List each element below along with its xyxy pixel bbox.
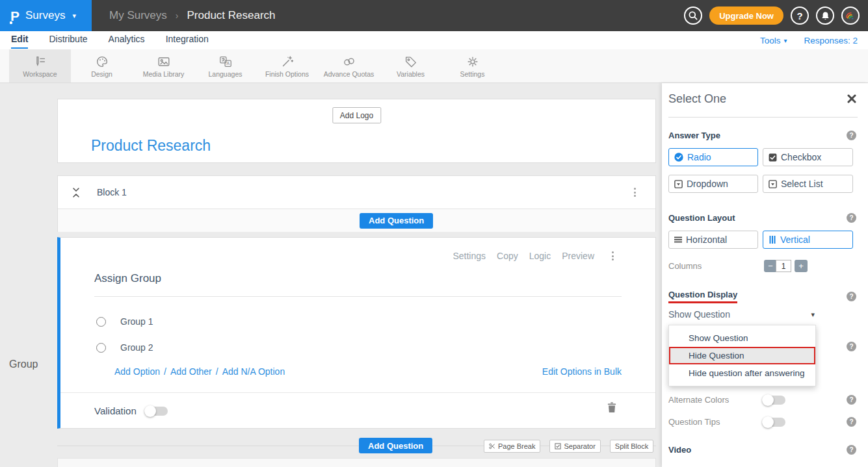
question-layout-row: Question Layout ?: [668, 213, 856, 223]
split-block-button[interactable]: Split Block: [610, 440, 653, 453]
page-break-button[interactable]: Page Break: [484, 440, 540, 453]
block-card: Block 1 Add Question: [57, 175, 656, 232]
tab-distribute[interactable]: Distribute: [49, 31, 87, 49]
languages-icon: A: [218, 55, 233, 69]
breadcrumb-my-surveys[interactable]: My Surveys: [109, 9, 167, 22]
add-logo-button[interactable]: Add Logo: [332, 107, 381, 123]
chain-links-icon: [342, 55, 356, 69]
magic-wand-icon: [280, 55, 295, 69]
radio-check-icon: [674, 152, 684, 162]
slash-separator: /: [216, 366, 218, 377]
add-other-link[interactable]: Add Other: [170, 366, 212, 377]
alternate-colors-toggle[interactable]: [762, 396, 785, 405]
question-menu-dots[interactable]: [612, 251, 614, 260]
question-display-select[interactable]: Show Question ▾: [668, 309, 815, 320]
answer-type-label: Answer Type: [668, 131, 720, 140]
toolbar-item-design[interactable]: Design: [71, 49, 133, 82]
toolbar-item-advance-quotas[interactable]: Advance Quotas: [318, 49, 380, 82]
question-display-label: Question Display: [668, 290, 737, 303]
survey-title[interactable]: Product Research: [91, 137, 211, 155]
toolbar-item-variables[interactable]: Variables: [380, 49, 441, 82]
notifications-button[interactable]: [816, 6, 834, 25]
toolbar-item-finish-options[interactable]: Finish Options: [256, 49, 318, 82]
close-icon[interactable]: [847, 94, 856, 103]
question-tips-toggle[interactable]: [762, 418, 785, 427]
menu-item-hide-after-answering[interactable]: Hide question after answering: [669, 364, 815, 382]
group-sidebar-label: Group: [9, 359, 38, 370]
toolbar-item-label: Media Library: [143, 70, 185, 78]
toolbar-items: Workspace Design Media Library A: [9, 49, 503, 82]
questionpro-logo-icon: P: [10, 9, 20, 23]
tab-edit[interactable]: Edit: [11, 31, 28, 49]
answer-option-row[interactable]: Group 1: [96, 316, 153, 327]
topbar: P Surveys ▾ My Surveys › Product Researc…: [0, 0, 868, 31]
question-copy-link[interactable]: Copy: [497, 251, 518, 261]
answer-type-checkbox-button[interactable]: Checkbox: [763, 148, 853, 166]
toolbar-item-label: Workspace: [23, 70, 57, 78]
separator-label: Separator: [564, 442, 595, 450]
toolbar-item-workspace[interactable]: Workspace: [9, 49, 71, 82]
columns-decrement-button[interactable]: −: [764, 260, 777, 272]
block-title[interactable]: Block 1: [97, 187, 127, 197]
delete-question-trash-icon[interactable]: [607, 402, 616, 413]
question-preview-link[interactable]: Preview: [562, 251, 594, 261]
add-na-option-link[interactable]: Add N/A Option: [222, 366, 285, 377]
toolbar-item-label: Languages: [209, 70, 243, 78]
edit-options-in-bulk-link[interactable]: Edit Options in Bulk: [542, 366, 622, 377]
help-icon[interactable]: ?: [847, 342, 856, 351]
help-icon[interactable]: ?: [847, 131, 856, 140]
avatar-logo-icon: [845, 10, 856, 21]
add-question-button[interactable]: Add Question: [359, 438, 432, 453]
add-question-button[interactable]: Add Question: [360, 213, 433, 229]
tab-integration[interactable]: Integration: [166, 31, 209, 49]
help-icon[interactable]: ?: [847, 292, 856, 301]
add-option-link[interactable]: Add Option: [114, 366, 160, 377]
option-label[interactable]: Group 1: [120, 316, 153, 327]
help-icon[interactable]: ?: [847, 395, 856, 405]
breadcrumb: My Surveys › Product Research: [109, 0, 276, 31]
option-label[interactable]: Group 2: [120, 342, 153, 353]
block-menu-dots[interactable]: [634, 188, 636, 197]
answer-type-select-list-button[interactable]: Select List: [763, 175, 853, 193]
answer-option-row[interactable]: Group 2: [96, 342, 153, 353]
question-tips-label: Question Tips: [668, 417, 720, 427]
help-icon[interactable]: ?: [847, 445, 856, 455]
toolbar-item-media-library[interactable]: Media Library: [133, 49, 194, 82]
product-name: Surveys: [25, 9, 65, 22]
question-settings-link[interactable]: Settings: [453, 251, 486, 261]
menu-item-show-question[interactable]: Show Question: [669, 329, 815, 347]
toolbar-item-settings[interactable]: Settings: [441, 49, 503, 82]
question-settings-panel: Select One Answer Type ? Radio Checkbox: [662, 83, 868, 467]
toolbar-item-languages[interactable]: A Languages: [194, 49, 256, 82]
search-button[interactable]: [684, 6, 702, 25]
answer-type-radio-button[interactable]: Radio: [668, 148, 758, 166]
layout-horizontal-button[interactable]: Horizontal: [668, 231, 758, 249]
tools-dropdown[interactable]: Tools ▾: [760, 36, 787, 45]
validation-toggle[interactable]: [144, 407, 168, 416]
responses-count[interactable]: Responses: 2: [804, 36, 858, 45]
question-logic-link[interactable]: Logic: [529, 251, 551, 261]
answer-type-dropdown-button[interactable]: Dropdown: [668, 175, 758, 193]
columns-increment-button[interactable]: +: [795, 260, 808, 272]
help-icon[interactable]: ?: [847, 213, 856, 223]
radio-circle[interactable]: [96, 343, 106, 353]
collapse-block-icon[interactable]: [72, 187, 80, 198]
product-switcher[interactable]: P Surveys ▾: [0, 0, 92, 31]
panel-title: Select One: [668, 92, 726, 106]
columns-value[interactable]: 1: [776, 260, 791, 272]
question-title[interactable]: Assign Group: [94, 272, 161, 285]
question-layout-options: Horizontal Vertical: [668, 231, 853, 249]
help-icon[interactable]: ?: [847, 417, 856, 427]
separator-button[interactable]: Separator: [549, 440, 600, 453]
layout-vertical-button[interactable]: Vertical: [763, 231, 853, 249]
toolbar-item-label: Design: [91, 70, 112, 78]
account-avatar[interactable]: [841, 6, 860, 25]
help-button[interactable]: ?: [791, 6, 809, 25]
radio-circle[interactable]: [96, 317, 106, 327]
chevron-down-icon: ▾: [811, 310, 815, 319]
upgrade-now-button[interactable]: Upgrade Now: [709, 6, 783, 25]
survey-canvas: Group Add Logo Product Research Block 1 …: [0, 83, 662, 467]
svg-text:A: A: [226, 60, 230, 66]
menu-item-hide-question[interactable]: Hide Question: [669, 347, 815, 364]
tab-analytics[interactable]: Analytics: [109, 31, 145, 49]
